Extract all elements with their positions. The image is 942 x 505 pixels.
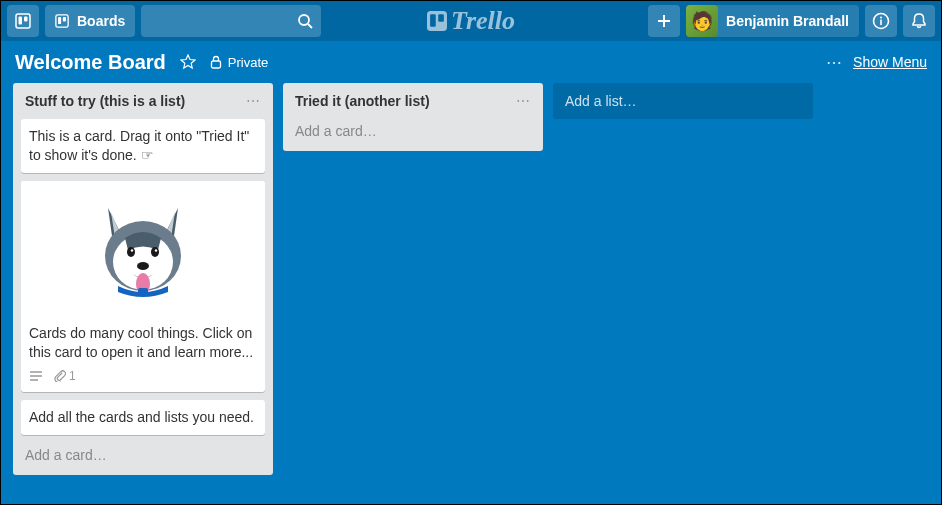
svg-rect-0 <box>16 14 30 28</box>
card-text: This is a card. Drag it onto "Tried It" … <box>29 128 249 163</box>
description-icon <box>29 370 43 382</box>
svg-rect-8 <box>427 11 447 31</box>
info-button[interactable] <box>865 5 897 37</box>
svg-rect-3 <box>56 15 68 27</box>
card[interactable]: Add all the cards and lists you need. <box>21 400 265 435</box>
svg-line-7 <box>308 24 312 28</box>
svg-rect-5 <box>63 17 66 21</box>
svg-rect-16 <box>211 61 220 68</box>
card[interactable]: Cards do many cool things. Click on this… <box>21 181 265 392</box>
app-header: Boards Trello 🧑 Benjamin Brandall <box>1 1 941 41</box>
svg-point-19 <box>127 247 135 257</box>
info-icon <box>872 12 890 30</box>
list-stuff-to-try: Stuff to try (this is a list) ⋯ This is … <box>13 83 273 475</box>
privacy-button[interactable]: Private <box>210 55 268 70</box>
plus-icon <box>656 13 672 29</box>
svg-rect-9 <box>430 14 436 27</box>
add-card-button[interactable]: Add a card… <box>21 443 265 467</box>
svg-point-14 <box>880 17 882 19</box>
svg-rect-1 <box>19 17 23 25</box>
svg-rect-25 <box>138 288 148 296</box>
svg-rect-15 <box>880 20 882 26</box>
list-menu-button[interactable]: ⋯ <box>516 93 531 109</box>
list-title[interactable]: Stuff to try (this is a list) <box>25 93 185 109</box>
board-header: Welcome Board Private ⋯ Show Menu <box>1 41 941 83</box>
create-button[interactable] <box>648 5 680 37</box>
add-card-button[interactable]: Add a card… <box>291 119 535 143</box>
card-text: Cards do many cool things. Click on this… <box>29 325 253 360</box>
card-badges: 1 <box>29 368 257 384</box>
search-icon <box>297 13 313 29</box>
privacy-label: Private <box>228 55 268 70</box>
list-menu-button[interactable]: ⋯ <box>246 93 261 109</box>
card[interactable]: This is a card. Drag it onto "Tried It" … <box>21 119 265 173</box>
svg-rect-2 <box>24 17 28 22</box>
search-input[interactable] <box>141 5 321 37</box>
attachment-icon <box>53 369 66 382</box>
board-menu-dots[interactable]: ⋯ <box>826 53 843 72</box>
star-icon <box>180 54 196 70</box>
husky-icon <box>83 188 203 308</box>
trello-logo[interactable]: Trello <box>427 6 515 36</box>
boards-button-label: Boards <box>77 13 125 29</box>
notifications-button[interactable] <box>903 5 935 37</box>
trello-logo-icon <box>427 11 447 31</box>
home-button[interactable] <box>7 5 39 37</box>
boards-icon <box>55 14 69 28</box>
list-tried-it: Tried it (another list) ⋯ Add a card… <box>283 83 543 151</box>
svg-rect-10 <box>438 14 444 22</box>
trello-icon <box>15 13 31 29</box>
board-title[interactable]: Welcome Board <box>15 51 166 74</box>
lock-icon <box>210 55 222 69</box>
bell-icon <box>910 12 928 30</box>
avatar: 🧑 <box>686 5 718 37</box>
card-text: Add all the cards and lists you need. <box>29 409 254 425</box>
svg-point-6 <box>299 15 309 25</box>
username-label: Benjamin Brandall <box>726 13 849 29</box>
show-menu-button[interactable]: Show Menu <box>853 54 927 70</box>
star-button[interactable] <box>180 54 196 70</box>
user-menu-button[interactable]: 🧑 Benjamin Brandall <box>686 5 859 37</box>
svg-point-23 <box>137 262 149 270</box>
list-title[interactable]: Tried it (another list) <box>295 93 430 109</box>
card-cover-image <box>21 181 265 316</box>
svg-point-21 <box>131 250 133 252</box>
add-list-button[interactable]: Add a list… <box>553 83 813 119</box>
logo-text: Trello <box>451 6 515 36</box>
svg-rect-4 <box>58 17 61 24</box>
svg-point-20 <box>151 247 159 257</box>
attachment-count: 1 <box>69 368 76 384</box>
svg-point-22 <box>155 250 157 252</box>
boards-button[interactable]: Boards <box>45 5 135 37</box>
board-canvas: Stuff to try (this is a list) ⋯ This is … <box>1 83 941 475</box>
